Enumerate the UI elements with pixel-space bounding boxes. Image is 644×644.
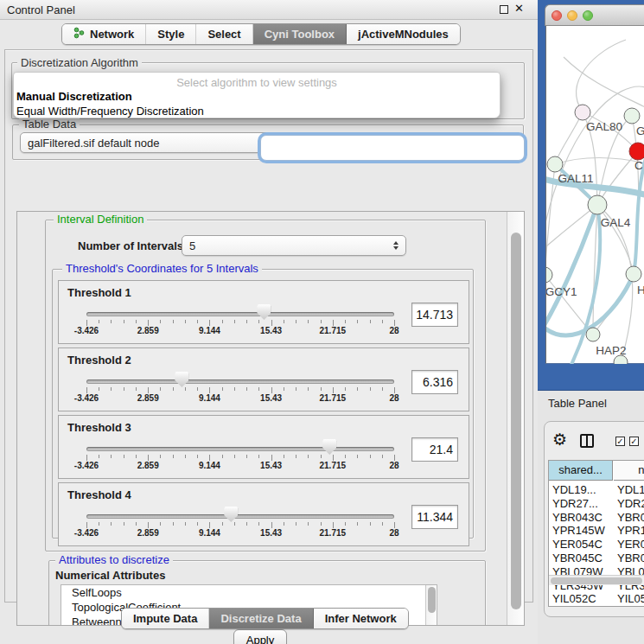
- table-row[interactable]: YER054CYER054C: [549, 538, 644, 552]
- threshold-slider-track[interactable]: [86, 312, 394, 316]
- tick-mark: [345, 320, 346, 323]
- tab-select[interactable]: Select: [196, 24, 252, 44]
- tick-mark: [185, 320, 186, 323]
- network-node-hap2[interactable]: [586, 328, 600, 341]
- network-node-h[interactable]: [626, 266, 641, 282]
- network-edge[interactable]: [546, 274, 634, 335]
- tick-mark: [296, 387, 296, 391]
- tab-jactivemnodules[interactable]: jActiveMNodules: [347, 24, 460, 44]
- tick-mark: [136, 455, 137, 458]
- threshold-slider-track[interactable]: [86, 514, 394, 519]
- network-node-gal80[interactable]: [575, 105, 590, 120]
- tick-mark: [296, 320, 296, 323]
- traffic-light-minimize[interactable]: [567, 10, 577, 21]
- tick-mark: [111, 320, 112, 323]
- network-node-gal11[interactable]: [547, 156, 563, 172]
- node-label: H: [637, 284, 644, 296]
- tab-style-label: Style: [157, 28, 184, 41]
- network-edge[interactable]: [597, 205, 634, 274]
- popup-option-manual-discretization[interactable]: Manual Discretization: [16, 90, 132, 103]
- threshold-value-field[interactable]: 6.316: [411, 370, 458, 394]
- tick-mark: [382, 455, 383, 458]
- tick-mark: [394, 455, 395, 461]
- bottom-tab-impute-data[interactable]: Impute Data: [122, 609, 209, 628]
- tick-label: -3.426: [74, 461, 99, 470]
- network-edge[interactable]: [564, 57, 644, 109]
- cell-shared-name: YBR043C: [552, 511, 603, 524]
- table-panel-card: ⚙ ✓ ✓ shared... name YDL19...YDL19...YDR…: [544, 421, 644, 617]
- table-row[interactable]: YPR145WYPR145W: [549, 524, 644, 538]
- threshold-slider-track[interactable]: [86, 447, 394, 451]
- tick-mark: [148, 522, 149, 528]
- tick-label: 15.43: [260, 393, 282, 403]
- tick-mark: [173, 387, 174, 391]
- column-header-shared-name[interactable]: shared...: [549, 461, 613, 481]
- traffic-light-zoom[interactable]: [583, 10, 593, 21]
- node-label: GAL80: [586, 120, 622, 133]
- cell-name: YPR145W: [617, 524, 644, 537]
- network-node-gcy1[interactable]: [546, 267, 552, 283]
- network-node-gal4[interactable]: [588, 195, 607, 214]
- threshold-slider-track[interactable]: [86, 379, 394, 384]
- threshold-slider-thumb[interactable]: [322, 439, 336, 455]
- settings-scrollbar[interactable]: [507, 212, 524, 625]
- app-root: Control Panel ✕ NetworkStyleSelectCyni T…: [0, 0, 644, 644]
- columns-icon[interactable]: [580, 434, 594, 448]
- cell-name: YDL19...: [617, 483, 644, 496]
- table-row[interactable]: YDL19...YDL19...: [549, 483, 644, 497]
- tick-mark: [185, 455, 186, 458]
- close-icon[interactable]: ✕: [514, 2, 524, 15]
- tick-label: 28: [389, 461, 399, 470]
- threshold-value-field[interactable]: 11.344: [411, 505, 458, 529]
- bottom-tab-infer-network[interactable]: Infer Network: [314, 609, 408, 628]
- checkbox-icon[interactable]: ✓: [615, 437, 625, 446]
- table-row[interactable]: YDR27...YDR27...: [549, 497, 644, 511]
- network-canvas[interactable]: GAL80GALCGAL11GAL4GCY1HHAP2: [545, 26, 644, 364]
- num-intervals-combo[interactable]: 5: [182, 235, 406, 256]
- tab-jactivemnodules-label: jActiveMNodules: [358, 28, 449, 41]
- column-header-name[interactable]: name: [614, 461, 644, 481]
- bottom-tab-discretize-data[interactable]: Discretize Data: [209, 609, 313, 628]
- cell-shared-name: YDL19...: [552, 483, 596, 496]
- table-row[interactable]: YIL052CYIL052C: [549, 592, 644, 606]
- tick-mark: [222, 387, 223, 391]
- num-intervals-label: Number of Intervals: [78, 239, 183, 252]
- tab-network[interactable]: Network: [62, 24, 146, 44]
- threshold-slider-thumb[interactable]: [257, 304, 271, 320]
- threshold-value-field[interactable]: 14.713: [411, 303, 458, 327]
- cell-name: YDR27...: [617, 497, 644, 510]
- network-icon: [73, 27, 85, 41]
- tick-mark: [99, 387, 99, 391]
- float-window-icon[interactable]: [500, 5, 508, 14]
- checkbox-icon[interactable]: ✓: [629, 437, 639, 446]
- network-edge[interactable]: [555, 112, 583, 164]
- table-row[interactable]: YBR045CYBR045C: [549, 552, 644, 565]
- traffic-light-close[interactable]: [552, 10, 562, 21]
- tick-mark: [296, 455, 296, 458]
- tick-mark: [234, 455, 235, 458]
- network-edge[interactable]: [577, 40, 626, 112]
- popup-option-equal-width[interactable]: Equal Width/Frequency Discretization: [16, 105, 204, 118]
- table-horizontal-scrollbar[interactable]: [549, 575, 644, 585]
- tick-mark: [258, 320, 259, 323]
- tick-mark: [86, 455, 87, 461]
- threshold-slider-thumb[interactable]: [175, 372, 188, 387]
- tick-mark: [86, 320, 87, 326]
- tab-select-label: Select: [207, 28, 240, 41]
- threshold-slider-thumb[interactable]: [224, 507, 238, 522]
- apply-button[interactable]: Apply: [233, 629, 287, 644]
- gear-icon[interactable]: ⚙: [552, 431, 567, 448]
- tick-mark: [345, 387, 346, 391]
- algorithm-combo-focused[interactable]: [260, 135, 525, 161]
- network-window-titlebar[interactable]: [545, 4, 644, 26]
- attribute-item-selfloops[interactable]: SelfLoops: [61, 585, 437, 600]
- list-scrollbar[interactable]: [425, 585, 437, 626]
- tab-style[interactable]: Style: [146, 24, 196, 44]
- table-row[interactable]: YBR043CYBR043C: [549, 511, 644, 525]
- table-panel-title: Table Panel: [548, 397, 607, 410]
- network-node-gal[interactable]: [624, 108, 640, 124]
- tab-cyni-toolbox[interactable]: Cyni Toolbox: [253, 24, 347, 44]
- network-node-c[interactable]: [629, 143, 644, 160]
- threshold-value-field[interactable]: 21.4: [411, 437, 458, 462]
- network-edge[interactable]: [555, 158, 644, 165]
